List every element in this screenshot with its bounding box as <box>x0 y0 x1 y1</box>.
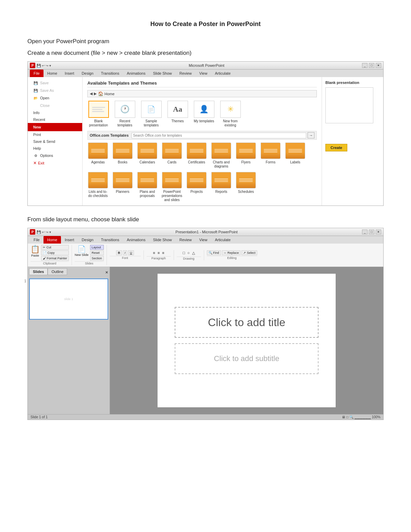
tab-file[interactable]: File <box>30 70 43 77</box>
category-calendars[interactable]: Calendars <box>137 143 158 169</box>
sidebar-exit[interactable]: ✕ Exit <box>28 159 82 167</box>
search-input[interactable] <box>132 133 307 138</box>
tab-insert[interactable]: Insert <box>61 70 78 77</box>
close-icon <box>33 103 38 108</box>
maximize-button-2[interactable]: □ <box>369 230 374 234</box>
select-btn[interactable]: ↗ Select <box>241 250 257 255</box>
sidebar-recent[interactable]: Recent <box>28 116 82 123</box>
sidebar-info[interactable]: Info <box>28 109 82 116</box>
sidebar-open[interactable]: 📂 Open <box>28 94 82 102</box>
shape3-btn[interactable]: △ <box>191 250 196 256</box>
category-plans[interactable]: Plans and proposals <box>137 172 158 202</box>
step1-heading: Open your PowerPoint program <box>27 38 384 45</box>
tab-slides[interactable]: Slides <box>29 268 48 275</box>
top-templates-row: Blank presentation 🕐 Recent templates 📄 <box>87 101 317 127</box>
category-ppt[interactable]: PowerPoint presentations and slides <box>161 172 183 202</box>
section-btn[interactable]: Section <box>90 256 104 261</box>
tab-animations[interactable]: Animations <box>123 70 149 77</box>
bold-btn[interactable]: B <box>116 250 122 255</box>
cut-btn[interactable]: ✂ Cut <box>41 245 69 250</box>
panel-close-btn[interactable]: ✕ <box>105 270 108 275</box>
align-right-btn[interactable]: ≡ <box>161 250 165 256</box>
template-my[interactable]: 👤 My templates <box>193 101 215 127</box>
sidebar-new[interactable]: New <box>28 123 82 131</box>
category-reports[interactable]: Reports <box>211 172 232 202</box>
tab-design[interactable]: Design <box>78 70 97 77</box>
search-button[interactable]: → <box>308 132 314 138</box>
tab2-insert[interactable]: Insert <box>61 236 78 244</box>
tab-review[interactable]: Review <box>176 70 196 77</box>
template-recent[interactable]: 🕐 Recent templates <box>114 101 136 127</box>
forward-button[interactable]: ▶ <box>94 91 97 96</box>
category-books[interactable]: Books <box>112 143 133 169</box>
align-left-btn[interactable]: ≡ <box>152 250 155 256</box>
category-lists[interactable]: Lists and to-do checklists <box>87 172 109 202</box>
category-flyers[interactable]: Flyers <box>235 143 257 169</box>
second-section: From slide layout menu, choose blank sli… <box>27 216 384 223</box>
tab2-review[interactable]: Review <box>176 236 196 244</box>
tab-view[interactable]: View <box>196 70 211 77</box>
slide-thumbnail[interactable]: slide 1 <box>29 279 108 320</box>
tab-transitions[interactable]: Transitions <box>97 70 123 77</box>
nav-home[interactable]: 🏠 Home <box>98 91 114 96</box>
back-button[interactable]: ◀ <box>90 91 92 96</box>
paste-btn[interactable]: 📋 Paste <box>30 245 40 261</box>
category-schedules[interactable]: Schedules <box>235 172 257 202</box>
close-button-2[interactable]: ✕ <box>376 230 381 234</box>
replace-btn[interactable]: ↔ Replace <box>222 250 241 255</box>
maximize-button[interactable]: □ <box>369 63 374 68</box>
new-slide-btn[interactable]: 📄 New Slide <box>75 245 89 257</box>
sidebar-help[interactable]: Help <box>28 145 82 152</box>
reset-btn[interactable]: Reset <box>90 250 104 255</box>
category-cards[interactable]: Cards <box>161 143 183 169</box>
align-center-btn[interactable]: ≡ <box>157 250 160 256</box>
sidebar-save-send[interactable]: Save & Send <box>28 138 82 145</box>
template-sample[interactable]: 📄 Sample templates <box>140 101 162 127</box>
italic-btn[interactable]: I <box>123 250 127 255</box>
slides-panel: Slides Outline ✕ 1 slide 1 <box>28 267 110 414</box>
sidebar-options[interactable]: ⚙ Options <box>28 152 82 159</box>
title-placeholder[interactable]: Click to add title <box>175 307 319 338</box>
tab-home[interactable]: Home <box>43 70 61 77</box>
underline-btn[interactable]: U <box>128 250 134 255</box>
tab2-articulate[interactable]: Articulate <box>211 236 234 244</box>
category-labels[interactable]: Labels <box>285 143 306 169</box>
copy-btn[interactable]: 📄 Copy <box>41 250 69 255</box>
layout-btn[interactable]: Layout <box>90 245 104 250</box>
tab-articulate[interactable]: Articulate <box>211 70 234 77</box>
template-themes[interactable]: Aa Themes <box>166 101 189 127</box>
minimize-button-2[interactable]: _ <box>362 230 368 234</box>
shape2-btn[interactable]: ○ <box>187 250 190 256</box>
tab2-home[interactable]: Home <box>43 236 61 244</box>
subtitle-placeholder[interactable]: Click to add subtitle <box>175 343 319 374</box>
titlebar2-controls: _ □ ✕ <box>362 230 381 234</box>
tab-slideshow[interactable]: Slide Show <box>149 70 176 77</box>
tab2-slideshow[interactable]: Slide Show <box>149 236 176 244</box>
font-label: Font <box>110 256 141 260</box>
find-btn[interactable]: 🔍 Find <box>207 250 221 255</box>
tab2-animations[interactable]: Animations <box>123 236 149 244</box>
minimize-button[interactable]: _ <box>362 63 368 68</box>
format-painter-btn[interactable]: 🖌 Format Painter <box>41 256 69 261</box>
panel-tabs: Slides Outline <box>29 268 67 275</box>
sidebar-print[interactable]: Print <box>28 131 82 138</box>
create-button[interactable]: Create <box>325 144 347 151</box>
category-planners[interactable]: Planners <box>112 172 133 202</box>
tab2-design[interactable]: Design <box>78 236 97 244</box>
tab2-view[interactable]: View <box>196 236 211 244</box>
category-agendas[interactable]: Agendas <box>87 143 109 169</box>
labels-label: Labels <box>290 160 300 164</box>
category-charts[interactable]: Charts and diagrams <box>211 143 232 169</box>
close-button[interactable]: ✕ <box>376 63 381 68</box>
template-blank[interactable]: Blank presentation <box>87 101 110 127</box>
category-forms[interactable]: Forms <box>260 143 281 169</box>
tab-outline[interactable]: Outline <box>48 268 67 275</box>
tab2-file[interactable]: File <box>30 236 43 244</box>
category-projects[interactable]: Projects <box>186 172 207 202</box>
category-certificates[interactable]: Certificates <box>186 143 207 169</box>
status-right: 🖥 □ 🔍 ▁▁▁▁▁▁ 100% <box>342 415 381 419</box>
tab2-transitions[interactable]: Transitions <box>97 236 123 244</box>
shape1-btn[interactable]: □ <box>182 250 186 256</box>
agendas-label: Agendas <box>91 160 104 164</box>
template-new-existing[interactable]: ✳ New from existing <box>219 101 241 127</box>
